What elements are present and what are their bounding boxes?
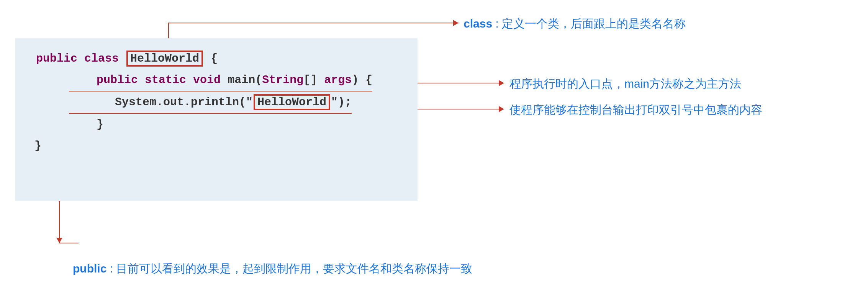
- annotation-main: 程序执行时的入口点，main方法称之为主方法: [509, 76, 741, 92]
- type-string: String: [262, 73, 303, 86]
- keyword-public2: public: [97, 73, 138, 86]
- main-open: main(: [221, 73, 262, 86]
- main-close: ) {: [352, 73, 372, 86]
- annotation-println-text: 使程序能够在控制台输出打印双引号中包裹的内容: [509, 103, 762, 116]
- param-args: args: [324, 73, 352, 86]
- println-suffix: ");: [331, 96, 352, 109]
- println-arg-box: HelloWorld: [254, 94, 330, 110]
- class-name-box: HelloWorld: [126, 51, 203, 67]
- diagram-stage: public class HelloWorld { public static …: [0, 0, 868, 297]
- svg-marker-2: [499, 80, 504, 86]
- code-indent: [69, 73, 97, 86]
- code-line-1: public class HelloWorld {: [15, 48, 418, 69]
- annotation-public-text: : 目前可以看到的效果是，起到限制作用，要求文件名和类名称保持一致: [106, 262, 472, 275]
- code-line-4: }: [69, 114, 418, 135]
- println-prefix: System.out.println(": [115, 96, 253, 109]
- annotation-public: public : 目前可以看到的效果是，起到限制作用，要求文件名和类名称保持一致: [73, 261, 472, 277]
- code-block: public class HelloWorld { public static …: [15, 38, 418, 201]
- keyword-static: static: [145, 73, 186, 86]
- annotation-main-text: 程序执行时的入口点，main方法称之为主方法: [509, 77, 741, 90]
- annotation-println: 使程序能够在控制台输出打印双引号中包裹的内容: [509, 102, 762, 118]
- keyword-public: public: [36, 52, 77, 65]
- code-line-2: public static void main(String[] args) {: [69, 69, 372, 91]
- array-bracket: []: [303, 73, 324, 86]
- brace-open: {: [204, 52, 218, 65]
- keyword-class: class: [84, 52, 119, 65]
- annotation-class: class : 定义一个类，后面跟上的是类名名称: [463, 16, 686, 32]
- svg-marker-5: [56, 238, 62, 243]
- annotation-class-text: : 定义一个类，后面跟上的是类名名称: [492, 17, 686, 30]
- code-line-5: }: [34, 135, 418, 157]
- annotation-class-keyword: class: [463, 17, 492, 30]
- svg-marker-4: [499, 106, 504, 112]
- code-indent: [15, 52, 36, 65]
- keyword-void: void: [193, 73, 221, 86]
- annotation-public-keyword: public: [73, 262, 106, 275]
- code-line-3: System.out.println("HelloWorld");: [69, 91, 352, 114]
- svg-marker-0: [453, 20, 459, 26]
